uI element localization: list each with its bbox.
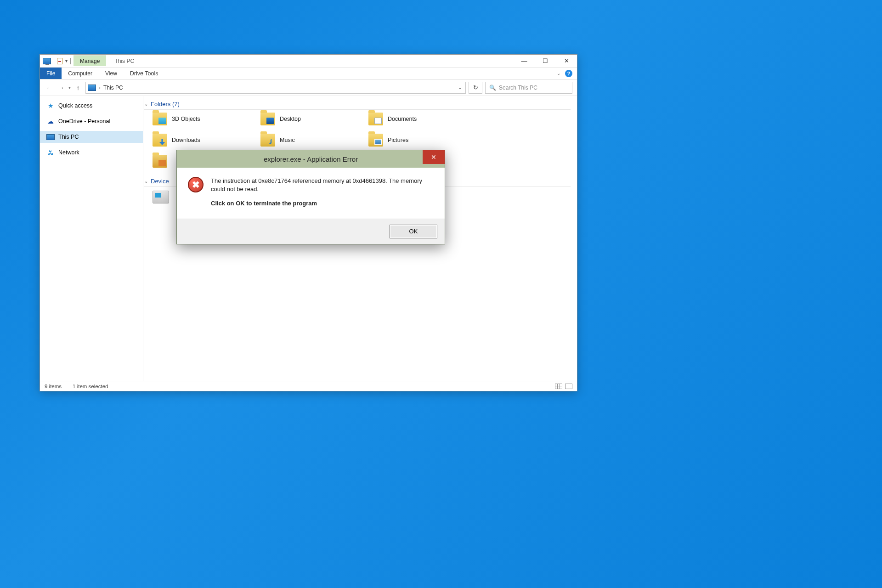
collapse-icon: ⌄ xyxy=(144,102,148,107)
this-pc-icon xyxy=(46,133,55,141)
sidebar-item-network[interactable]: 🖧 Network xyxy=(40,147,143,158)
search-input[interactable]: 🔍 Search This PC xyxy=(485,82,572,94)
dialog-close-button[interactable]: ✕ xyxy=(423,150,445,164)
dialog-text-line2: Click on OK to terminate the program xyxy=(211,199,434,208)
navigation-pane: ★ Quick access ☁ OneDrive - Personal Thi… xyxy=(40,96,143,381)
maximize-button[interactable]: ☐ xyxy=(535,55,556,67)
folder-item-downloads[interactable]: Downloads xyxy=(153,134,260,147)
sidebar-label: Quick access xyxy=(58,102,92,109)
folder-label: Downloads xyxy=(172,137,200,143)
navigation-bar: ← → ▾ ↑ › This PC ⌄ ↻ 🔍 Search This PC xyxy=(40,79,577,96)
folder-item-desktop[interactable]: Desktop xyxy=(260,113,368,125)
up-button[interactable]: ↑ xyxy=(74,83,83,92)
search-placeholder: Search This PC xyxy=(499,85,537,91)
ribbon-tab-drive-tools[interactable]: Drive Tools xyxy=(124,68,165,79)
properties-icon[interactable] xyxy=(57,58,62,64)
status-selected-count: 1 item selected xyxy=(73,384,108,389)
separator xyxy=(54,57,54,65)
folder-icon xyxy=(368,134,383,147)
window-controls: — ☐ ✕ xyxy=(514,55,577,67)
dialog-text-line1: The instruction at 0xe8c71764 referenced… xyxy=(211,177,434,193)
drive-icon xyxy=(153,191,169,204)
dialog-body: ✖ The instruction at 0xe8c71764 referenc… xyxy=(177,168,445,219)
folder-icon xyxy=(153,113,167,125)
details-view-icon[interactable] xyxy=(555,384,562,389)
ribbon-tab-file[interactable]: File xyxy=(40,68,62,79)
folder-icon xyxy=(260,134,275,147)
qat-dropdown-icon[interactable]: ▾ xyxy=(65,58,68,63)
refresh-button[interactable]: ↻ xyxy=(469,82,482,94)
titlebar: ▾ Manage This PC — ☐ ✕ xyxy=(40,55,577,68)
folder-icon xyxy=(260,113,275,125)
breadcrumb-separator-icon: › xyxy=(99,85,101,91)
search-icon: 🔍 xyxy=(489,85,496,91)
address-dropdown-icon[interactable]: ⌄ xyxy=(456,85,464,90)
folder-item-3d-objects[interactable]: 3D Objects xyxy=(153,113,260,125)
cloud-icon: ☁ xyxy=(46,118,55,125)
dialog-footer: OK xyxy=(177,219,445,244)
this-pc-icon xyxy=(88,85,96,91)
error-icon: ✖ xyxy=(188,177,204,192)
sidebar-label: Network xyxy=(58,149,79,156)
close-button[interactable]: ✕ xyxy=(556,55,577,67)
folder-item-music[interactable]: Music xyxy=(260,134,368,147)
star-icon: ★ xyxy=(46,102,55,109)
ok-button[interactable]: OK xyxy=(390,225,437,238)
ribbon-tabs: File Computer View Drive Tools ⌄ ? xyxy=(40,68,577,79)
ribbon-collapse-icon[interactable]: ⌄ xyxy=(557,71,560,76)
folder-label: Documents xyxy=(388,116,417,122)
minimize-button[interactable]: — xyxy=(514,55,535,67)
help-icon[interactable]: ? xyxy=(565,70,572,77)
dialog-title: explorer.exe - Application Error xyxy=(264,155,358,163)
ribbon-tab-view[interactable]: View xyxy=(99,68,124,79)
sidebar-item-this-pc[interactable]: This PC xyxy=(40,131,143,143)
dialog-message: The instruction at 0xe8c71764 referenced… xyxy=(211,177,434,208)
this-pc-icon xyxy=(43,58,51,64)
address-bar[interactable]: › This PC ⌄ xyxy=(85,82,466,94)
section-label: Folders (7) xyxy=(151,101,180,107)
quick-access-toolbar: ▾ xyxy=(40,55,74,67)
folder-label: 3D Objects xyxy=(172,116,200,122)
folder-icon xyxy=(153,134,167,147)
sidebar-label: This PC xyxy=(58,134,79,140)
forward-button[interactable]: → xyxy=(57,83,66,92)
dialog-titlebar[interactable]: explorer.exe - Application Error ✕ xyxy=(177,150,445,168)
section-label: Device xyxy=(151,178,169,185)
folder-label: Music xyxy=(280,137,295,143)
window-title: This PC xyxy=(106,58,142,64)
folder-label: Pictures xyxy=(388,137,408,143)
sidebar-label: OneDrive - Personal xyxy=(58,118,110,124)
section-header-folders[interactable]: ⌄ Folders (7) xyxy=(144,99,571,110)
folder-item-pictures[interactable]: Pictures xyxy=(368,134,476,147)
folder-item-documents[interactable]: Documents xyxy=(368,113,476,125)
folder-icon xyxy=(368,113,383,125)
collapse-icon: ⌄ xyxy=(144,179,148,184)
error-dialog: explorer.exe - Application Error ✕ ✖ The… xyxy=(176,150,445,244)
back-button[interactable]: ← xyxy=(45,83,54,92)
ribbon-tab-computer[interactable]: Computer xyxy=(62,68,99,79)
breadcrumb-this-pc[interactable]: This PC xyxy=(103,85,123,91)
sidebar-item-onedrive[interactable]: ☁ OneDrive - Personal xyxy=(40,115,143,127)
status-item-count: 9 items xyxy=(45,384,62,389)
folder-icon xyxy=(153,155,167,168)
status-bar: 9 items 1 item selected xyxy=(40,381,577,391)
sidebar-item-quick-access[interactable]: ★ Quick access xyxy=(40,100,143,112)
folder-label: Desktop xyxy=(280,116,301,122)
separator xyxy=(70,58,71,64)
drive-item[interactable] xyxy=(153,191,169,204)
network-icon: 🖧 xyxy=(46,149,55,156)
recent-locations-icon[interactable]: ▾ xyxy=(68,85,71,90)
large-icons-view-icon[interactable] xyxy=(565,384,572,389)
ribbon-context-tab-manage[interactable]: Manage xyxy=(74,56,106,66)
